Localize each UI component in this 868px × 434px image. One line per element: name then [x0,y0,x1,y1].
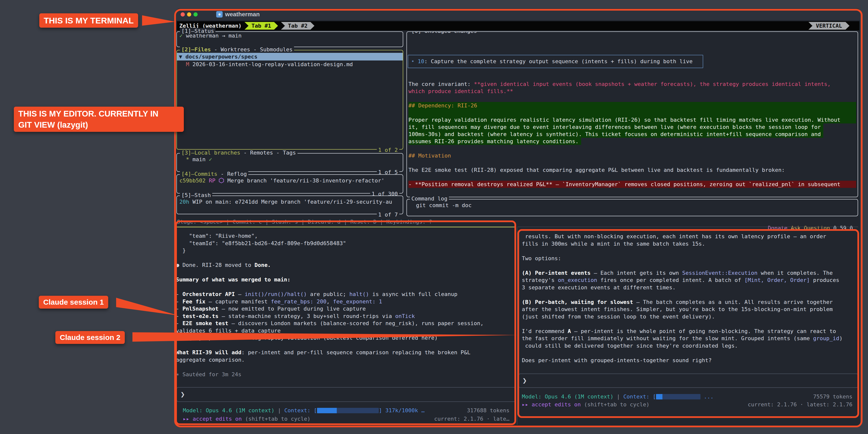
arrow-claude1 [116,298,178,315]
screenshot-root: weatherman Zellij (weatherman) Tab #1 Ta… [0,0,868,434]
callout-editor: THIS IS MY EDITOR. CURRENTLY INGIT VIEW … [14,107,184,132]
callout-claude1: Claude session 1 [39,296,108,309]
callout-claude2: Claude session 2 [55,331,125,344]
arrow-terminal [142,15,175,26]
annotation-box-claude2 [517,229,859,418]
callout-terminal: THIS IS MY TERMINAL [39,13,138,28]
annotation-box-claude1 [175,221,516,425]
